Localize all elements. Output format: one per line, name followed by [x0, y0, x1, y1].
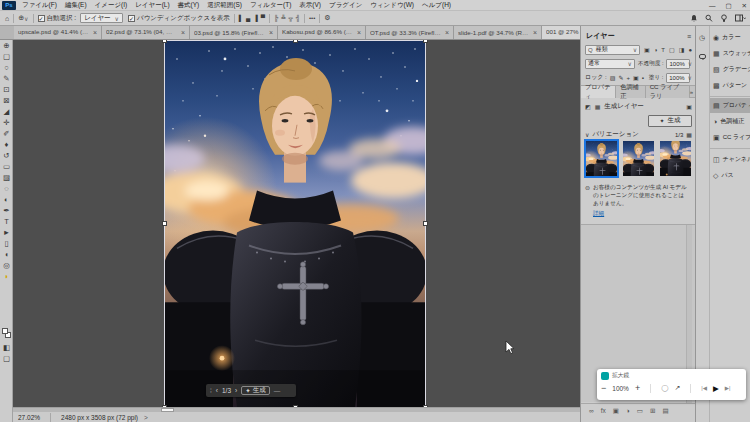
collapse-panel-icon[interactable]: » [690, 89, 693, 95]
workspace-switcher-icon[interactable] [735, 14, 746, 23]
dock-item-channels[interactable]: ◫ チャンネル [710, 152, 750, 167]
new-layer-icon[interactable]: ⊞ [650, 407, 655, 415]
lasso-tool[interactable]: ○ [0, 62, 13, 73]
document-tab[interactable]: upscale.psd @ 41.4% (元画... × [14, 26, 102, 39]
more-options-icon[interactable]: ••• [309, 15, 315, 21]
menu-help[interactable]: ヘルプ(H) [422, 1, 451, 10]
previous-variation-button[interactable]: ‹ [216, 387, 218, 394]
close-button[interactable]: ✕ [742, 2, 747, 10]
comments-panel-icon[interactable] [699, 54, 706, 59]
eyedropper-tool[interactable]: ◢ [0, 106, 13, 117]
fullscreen-icon[interactable]: ↗ [674, 384, 680, 392]
menu-filter[interactable]: フィルター(T) [250, 1, 291, 10]
generative-fill-bar[interactable]: ⁞ ‹ 1/3 › ✦ 生成 — [206, 384, 296, 397]
close-tab-icon[interactable]: × [533, 29, 537, 36]
document-tab[interactable]: OT.psd @ 33.3% (Firefly_9... × [366, 26, 454, 39]
minimize-button[interactable]: — [709, 2, 716, 9]
distribute-top-icon[interactable]: ╦ [288, 15, 292, 21]
chevron-down-icon[interactable]: ∨ [585, 131, 589, 138]
foreground-color-swatch[interactable] [2, 328, 8, 334]
distribute-bottom-icon[interactable]: ╩ [281, 15, 285, 21]
transform-handle[interactable] [162, 221, 167, 226]
gear-icon[interactable]: ⚙ [324, 14, 330, 22]
menu-file[interactable]: ファイル(F) [22, 1, 57, 10]
rectangle-tool[interactable]: ▯ [0, 238, 13, 249]
layer-effects-icon[interactable]: fx [601, 407, 606, 414]
menu-edit[interactable]: 編集(E) [65, 1, 87, 10]
status-chevron-icon[interactable]: > [144, 414, 148, 421]
document-tab[interactable]: Kabosu.psd @ 86.6% (背景ワ... × [278, 26, 366, 39]
auto-select-dropdown[interactable]: レイヤー ∨ [80, 13, 123, 23]
align-bottom-icon[interactable]: ▄ [246, 15, 250, 21]
details-link[interactable]: 詳細 [593, 210, 604, 218]
brush-tool[interactable]: ✐ [0, 128, 13, 139]
generate-button[interactable]: ✦ 生成 [648, 115, 692, 127]
transform-handle[interactable] [423, 40, 428, 43]
lock-paint-icon[interactable]: ✎ [618, 74, 623, 81]
pen-tool[interactable]: ✒ [0, 205, 13, 216]
rectangular-marquee-tool[interactable]: ▢ [0, 51, 13, 62]
layer-pin-icon[interactable]: ◩ [585, 103, 591, 110]
opacity-field[interactable]: 100% ∨ [666, 59, 690, 69]
zoom-tool[interactable]: ◎ [0, 260, 13, 271]
transform-handle[interactable] [293, 40, 298, 43]
tab-adjustments[interactable]: 色調補正 [616, 86, 645, 98]
distribute-right-icon[interactable]: ╣ [296, 15, 300, 21]
dock-item-color[interactable]: ◉ カラー [710, 30, 750, 45]
path-selection-tool[interactable]: ► [0, 227, 13, 238]
zoom-level-field[interactable]: 27.02% [18, 414, 40, 421]
grid-view-icon[interactable]: ▦ [686, 131, 692, 138]
variation-thumbnail-3[interactable] [660, 141, 691, 176]
dock-item-paths[interactable]: ◇ パス [710, 168, 750, 183]
history-panel-icon[interactable]: ◷ [699, 34, 705, 42]
filter-type-layers-icon[interactable]: T [661, 47, 665, 53]
next-variation-button[interactable]: › [235, 387, 237, 394]
move-tool[interactable]: ⊕ [0, 40, 13, 51]
blend-mode-dropdown[interactable]: 通常 ∨ [585, 59, 635, 69]
transform-handle[interactable] [423, 221, 428, 226]
align-top-icon[interactable]: ▀ [261, 15, 265, 21]
bell-icon[interactable] [690, 14, 698, 23]
menu-type[interactable]: 書式(Y) [178, 1, 200, 10]
dock-item-properties[interactable]: ▤ プロパティ [710, 98, 750, 113]
record-circle-icon[interactable]: ◯ [661, 384, 668, 392]
tab-properties[interactable]: プロパティ [581, 86, 616, 98]
canvas-area[interactable]: ⁞ ‹ 1/3 › ✦ 生成 — [13, 40, 580, 407]
restore-button[interactable]: ▢ [725, 2, 731, 10]
next-frame-button[interactable]: ▶| [725, 385, 731, 391]
dock-item-swatches[interactable]: ▦ スウォッチ [710, 46, 750, 61]
close-tab-icon[interactable]: × [181, 29, 185, 36]
quick-mask-button[interactable]: ◧ [0, 342, 13, 353]
filter-pixel-layers-icon[interactable]: ▣ [644, 46, 650, 53]
filter-adjustment-layers-icon[interactable]: ◑ [654, 47, 658, 53]
variation-thumbnail-2[interactable] [623, 141, 654, 176]
lock-all-icon[interactable]: ▪ [642, 75, 644, 81]
search-icon[interactable] [705, 14, 713, 23]
filter-smart-objects-icon[interactable]: ◨ [679, 46, 685, 53]
dock-item-cc-libraries[interactable]: ▣ CC ライブ... [710, 130, 750, 145]
screen-mode-button[interactable]: ▢ [0, 353, 13, 364]
foreground-background-swatches[interactable] [2, 328, 13, 340]
layer-filter-dropdown[interactable]: Q 種類 ∨ [585, 45, 640, 55]
show-bbox-checkbox[interactable]: ✓ [128, 15, 135, 22]
menu-layer[interactable]: レイヤー(L) [135, 1, 169, 10]
menu-select[interactable]: 選択範囲(S) [207, 1, 242, 10]
gradient-tool[interactable]: ▨ [0, 172, 13, 183]
home-icon[interactable]: ⌂ [5, 15, 9, 22]
object-selection-tool[interactable]: ✎ [0, 73, 13, 84]
dodge-tool[interactable]: ◐ [0, 194, 13, 205]
close-tab-icon[interactable]: × [269, 29, 273, 36]
fill-field[interactable]: 100% ∨ [666, 73, 690, 83]
adjustment-layer-icon[interactable]: ◑ [626, 407, 630, 414]
document-tab[interactable]: 03.psd @ 15.8% (Firefly4x, R... × [190, 26, 278, 39]
variation-thumbnail-1[interactable] [586, 141, 617, 176]
contextual-task-tool[interactable]: ◗ [0, 271, 13, 282]
magnifier-widget[interactable]: 拡大鏡 − 100% + ◯ ↗ |◀ ▶ ▶| [597, 369, 746, 400]
crop-tool[interactable]: ⊡ [0, 84, 13, 95]
lightbulb-icon[interactable] [720, 14, 728, 23]
transform-handle[interactable] [162, 40, 167, 43]
menu-plugins[interactable]: プラグイン [329, 1, 362, 10]
document-image[interactable] [165, 41, 425, 407]
collapse-bar-icon[interactable]: — [274, 387, 281, 394]
zoom-in-button[interactable]: + [635, 383, 640, 393]
